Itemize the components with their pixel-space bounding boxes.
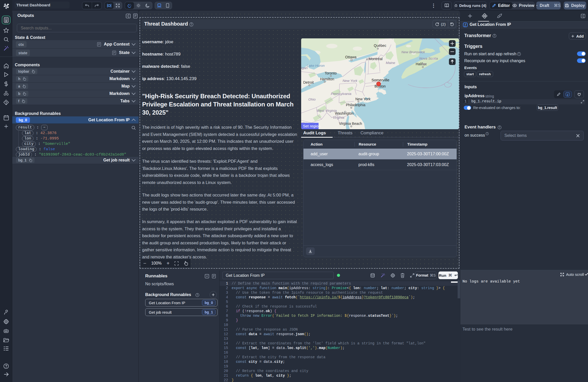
svg-text:West Virginia: West Virginia [316,109,337,113]
svg-text:Montréal: Montréal [369,57,382,61]
svg-text:Detroit: Detroit [303,80,314,84]
svg-text:Virginia: Virginia [333,116,344,119]
svg-text:Pennsylvania: Pennsylvania [331,92,352,96]
svg-text:Hamilton: Hamilton [320,77,334,81]
svg-text:Lake Huron: Lake Huron [307,64,325,68]
svg-text:Maine: Maine [386,61,395,65]
svg-text:Virginia Beach: Virginia Beach [339,122,362,126]
svg-text:Halifax: Halifax [416,62,427,66]
svg-text:New Brunswick: New Brunswick [401,50,425,54]
svg-text:New York: New York [343,79,358,83]
svg-text:Washington: Washington [335,111,354,115]
svg-text:Ottawa: Ottawa [345,55,357,59]
svg-text:New York: New York [355,97,371,101]
svg-text:Somerville: Somerville [371,78,389,82]
svg-text:Nova Scotia: Nova Scotia [419,57,438,60]
svg-text:Québec: Québec [374,43,386,48]
svg-text:Toronto: Toronto [325,71,337,75]
svg-text:Ohio: Ohio [308,97,316,101]
svg-text:Philadelphia: Philadelphia [346,103,365,107]
